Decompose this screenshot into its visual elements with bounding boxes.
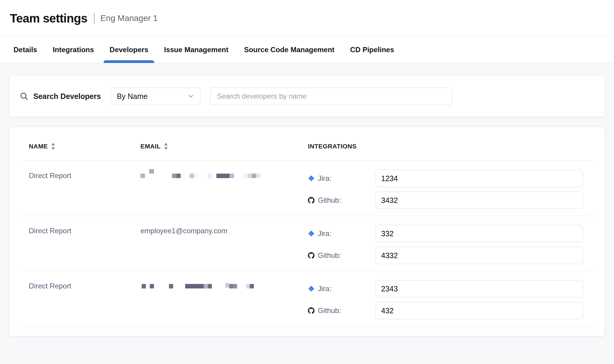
github-label: Github: — [318, 306, 375, 315]
integrations-cell: Jira: Github: — [308, 170, 595, 209]
team-name: Eng Manager 1 — [100, 13, 158, 23]
github-icon — [308, 252, 315, 259]
sort-icon-name[interactable] — [51, 142, 56, 150]
github-integration-row: Github: — [308, 192, 583, 209]
page-title: Team settings — [10, 12, 87, 25]
tab-integrations[interactable]: Integrations — [47, 37, 100, 63]
jira-icon — [308, 285, 315, 292]
search-input[interactable] — [210, 88, 452, 105]
table-row: Direct Report employee1@company.com — [19, 216, 595, 271]
jira-id-input[interactable] — [375, 280, 583, 297]
search-panel: Search Developers By Name — [9, 76, 605, 117]
github-integration-row: Github: — [308, 247, 583, 264]
github-label: Github: — [318, 251, 375, 260]
jira-icon — [308, 175, 315, 182]
tab-source-code-management[interactable]: Source Code Management — [238, 37, 340, 63]
developer-email-redacted — [140, 170, 308, 209]
search-filter-select[interactable]: By Name — [110, 88, 200, 105]
column-header-email[interactable]: EMAIL — [140, 142, 308, 150]
github-id-input[interactable] — [375, 302, 583, 319]
tab-cd-pipelines[interactable]: CD Pipelines — [344, 37, 400, 63]
developer-name: Direct Report — [29, 170, 140, 209]
search-icon — [20, 92, 29, 101]
github-icon — [308, 307, 315, 314]
jira-integration-row: Jira: — [308, 170, 583, 187]
jira-label: Jira: — [318, 174, 375, 183]
github-icon — [308, 197, 315, 204]
tab-developers[interactable]: Developers — [104, 37, 154, 63]
subtitle-divider — [94, 13, 95, 24]
developer-name: Direct Report — [29, 225, 140, 264]
column-header-name[interactable]: NAME — [29, 142, 140, 150]
page-header: Team settings Eng Manager 1 — [0, 0, 614, 37]
developer-email: employee1@company.com — [140, 225, 308, 264]
integrations-cell: Jira: Github: — [308, 225, 595, 264]
table-row: Direct Report — [19, 271, 595, 326]
row-divider — [19, 326, 595, 326]
jira-icon — [308, 230, 315, 237]
developer-name: Direct Report — [29, 280, 140, 319]
developer-email-redacted — [140, 280, 308, 319]
search-filter-value: By Name — [117, 92, 188, 101]
github-id-input[interactable] — [375, 247, 583, 264]
github-id-input[interactable] — [375, 192, 583, 209]
tab-details[interactable]: Details — [8, 37, 43, 63]
team-settings-page: Team settings Eng Manager 1 Details Inte… — [0, 0, 614, 364]
page-subtitle-group: Eng Manager 1 — [94, 13, 158, 24]
column-header-integrations: INTEGRATIONS — [308, 142, 595, 150]
jira-id-input[interactable] — [375, 170, 583, 187]
jira-label: Jira: — [318, 285, 375, 293]
jira-id-input[interactable] — [375, 225, 583, 242]
github-integration-row: Github: — [308, 302, 583, 319]
content-area: Search Developers By Name NAME — [0, 63, 614, 364]
jira-integration-row: Jira: — [308, 280, 583, 297]
jira-label: Jira: — [318, 229, 375, 238]
sort-icon-email[interactable] — [164, 142, 168, 150]
jira-integration-row: Jira: — [308, 225, 583, 242]
chevron-down-icon — [188, 93, 194, 100]
table-row: Direct Report — [19, 161, 595, 216]
developers-table: NAME EMAIL — [9, 127, 605, 336]
tab-bar: Details Integrations Developers Issue Ma… — [0, 37, 614, 63]
search-developers-label: Search Developers — [33, 92, 101, 101]
github-label: Github: — [318, 196, 375, 204]
table-header-row: NAME EMAIL — [19, 127, 595, 160]
tab-issue-management[interactable]: Issue Management — [158, 37, 234, 63]
integrations-cell: Jira: Github: — [308, 280, 595, 319]
